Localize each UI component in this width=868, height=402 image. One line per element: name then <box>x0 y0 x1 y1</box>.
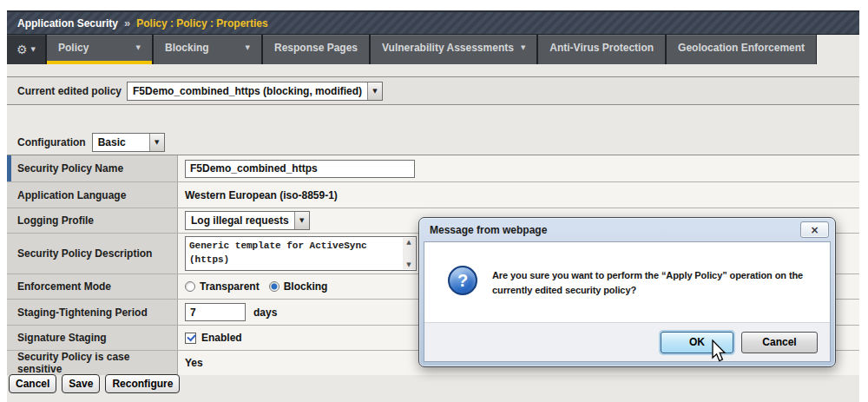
tab-bar: ⚙ ▼ Policy ▼ Blocking ▼ Response Pages V… <box>7 35 817 64</box>
message-dialog: Message from webpage × ? Are you sure yo… <box>418 217 836 367</box>
row-label: Staging-Tightening Period <box>7 300 178 325</box>
description-text: Generic template for ActiveSync (https) <box>186 237 416 267</box>
row-label: Security Policy Name <box>7 155 178 181</box>
row-label: Security Policy is case sensitive <box>7 351 178 375</box>
gear-icon: ⚙ <box>16 43 28 56</box>
current-edited-policy-bar: Current edited policy F5Demo_combined_ht… <box>7 76 859 105</box>
breadcrumb-path: Policy : Policy : Properties <box>136 17 267 30</box>
breadcrumb-separator-icon: » <box>124 16 130 30</box>
configuration-value: Basic <box>93 134 131 151</box>
tab-label: Blocking <box>165 42 209 54</box>
tab-label: Policy <box>58 42 89 54</box>
mouse-cursor <box>710 339 727 363</box>
tab-geolocation-enforcement[interactable]: Geolocation Enforcement <box>667 35 816 64</box>
chevron-down-icon: ▼ <box>31 47 36 53</box>
dialog-body: ? Are you sure you want to perform the “… <box>424 241 831 362</box>
radio-transparent-label: Transparent <box>200 280 260 293</box>
row-label: Signature Staging <box>7 326 178 350</box>
current-edited-policy-label: Current edited policy <box>17 85 122 97</box>
staging-period-input[interactable] <box>185 303 246 321</box>
row-label: Application Language <box>7 182 178 208</box>
settings-menu-button[interactable]: ⚙ ▼ <box>7 35 45 64</box>
dialog-close-button[interactable]: × <box>800 221 829 238</box>
save-button[interactable]: Save <box>62 374 100 393</box>
chevron-down-icon: ▼ <box>136 44 141 51</box>
radio-transparent[interactable] <box>185 281 195 292</box>
security-policy-description-textarea[interactable]: Generic template for ActiveSync (https) … <box>185 236 417 271</box>
breadcrumb: Application Security » Policy : Policy :… <box>7 10 859 35</box>
tab-response-pages[interactable]: Response Pages <box>263 35 369 64</box>
current-edited-policy-value: F5Demo_combined_https (blocking, modifie… <box>128 82 367 100</box>
staging-period-unit: days <box>253 306 277 319</box>
close-icon: × <box>810 225 819 235</box>
signature-staging-checkbox[interactable] <box>185 333 196 344</box>
chevron-down-icon: ▼ <box>521 44 525 51</box>
dialog-message: Are you sure you want to perform the “Ap… <box>492 266 818 315</box>
tab-vulnerability-assessments[interactable]: Vulnerability Assessments ▼ <box>371 35 536 64</box>
tab-label: Vulnerability Assessments <box>382 42 514 54</box>
scroll-down-icon: ▼ <box>406 260 411 269</box>
scroll-up-icon: ▲ <box>406 238 411 247</box>
textarea-scrollbar[interactable]: ▲ ▼ <box>403 238 415 269</box>
dropdown-arrow-icon: ▼ <box>367 82 382 100</box>
row-application-language: Application Language Western European (i… <box>7 182 859 208</box>
breadcrumb-section: Application Security <box>17 17 118 30</box>
tab-label: Anti-Virus Protection <box>549 42 654 54</box>
application-language-value: Western European (iso-8859-1) <box>178 182 859 208</box>
row-label: Security Policy Description <box>7 234 178 273</box>
dropdown-arrow-icon: ▼ <box>294 212 309 229</box>
security-policy-name-input[interactable] <box>185 160 415 178</box>
tab-label: Response Pages <box>274 42 358 54</box>
tab-policy[interactable]: Policy ▼ <box>47 35 152 64</box>
dropdown-arrow-icon: ▼ <box>149 134 164 151</box>
question-glyph: ? <box>457 271 468 291</box>
radio-blocking[interactable] <box>269 281 279 292</box>
reconfigure-button[interactable]: Reconfigure <box>105 374 180 393</box>
logging-profile-value: Log illegal requests <box>186 212 294 229</box>
dialog-cancel-button[interactable]: Cancel <box>741 332 818 353</box>
configuration-row: Configuration Basic ▼ <box>7 132 165 153</box>
radio-blocking-label: Blocking <box>284 280 328 293</box>
row-label: Enforcement Mode <box>7 274 178 299</box>
configuration-select[interactable]: Basic ▼ <box>92 133 165 152</box>
signature-staging-label: Enabled <box>201 332 242 344</box>
question-icon: ? <box>448 266 477 295</box>
tab-blocking[interactable]: Blocking ▼ <box>154 35 261 64</box>
tab-label: Geolocation Enforcement <box>678 42 805 54</box>
row-label: Logging Profile <box>7 208 178 233</box>
dialog-button-bar: OK Cancel <box>424 322 830 361</box>
row-security-policy-name: Security Policy Name <box>7 155 859 182</box>
cancel-button[interactable]: Cancel <box>9 374 56 393</box>
dialog-title-bar[interactable]: Message from webpage × <box>419 218 835 241</box>
chevron-down-icon: ▼ <box>246 44 250 51</box>
configuration-label: Configuration <box>17 136 86 148</box>
tab-anti-virus-protection[interactable]: Anti-Virus Protection <box>538 35 665 64</box>
dialog-title: Message from webpage <box>430 224 547 236</box>
form-actions: Cancel Save Reconfigure <box>9 374 180 393</box>
logging-profile-select[interactable]: Log illegal requests ▼ <box>185 211 310 230</box>
dialog-message-area: ? Are you sure you want to perform the “… <box>424 242 830 322</box>
current-edited-policy-select[interactable]: F5Demo_combined_https (blocking, modifie… <box>127 82 383 101</box>
screen: Application Security » Policy : Policy :… <box>0 0 868 402</box>
